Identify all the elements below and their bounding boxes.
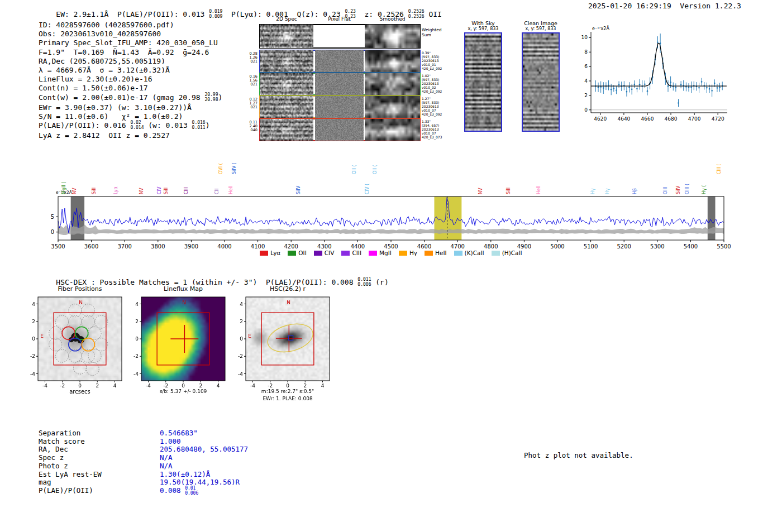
- info-plae-frac1-sub: 0.014: [130, 126, 144, 131]
- cutout-row-weighted: [260, 25, 420, 48]
- x-tick-label: 5100: [584, 243, 598, 250]
- fiber3-meta: 1.27"(597, 833)20230613v010_07420_LU_092: [422, 97, 455, 117]
- gaussian-fit-line: [591, 44, 727, 87]
- legend-item-civ: CIV: [314, 250, 335, 256]
- fiber1-weights: 0.281.26021: [240, 52, 258, 64]
- data-point: [639, 84, 641, 85]
- y-tick-label: 2: [584, 93, 588, 98]
- emission-line-label: SiIV: [676, 185, 681, 194]
- emission-line-label: SiII: [164, 188, 169, 194]
- data-point: [701, 81, 703, 83]
- emission-line-label: SiII: [506, 188, 511, 194]
- fiber1-pixelflat-image: [315, 50, 364, 72]
- data-point: [613, 88, 615, 89]
- fiber-positions-plot: -4-4-2-2002244NE: [22, 289, 137, 401]
- emission-line-label: NV: [72, 188, 77, 194]
- gmag-fraction: 20.9920.98: [204, 93, 218, 103]
- info-lineflux: LineFlux = 2.30(±0.20)e-16: [39, 75, 222, 84]
- data-point: [706, 87, 708, 89]
- clean-image-frame: [522, 32, 560, 132]
- x-tick-label: -4: [146, 383, 151, 389]
- emission-line-label: OII (: [373, 165, 378, 174]
- y-tick-label: 4: [240, 301, 243, 307]
- y-tick-label: 5: [51, 214, 54, 220]
- fiber-circle: [73, 361, 86, 374]
- heii-label: HeII: [435, 250, 447, 256]
- x-tick-label: 0: [78, 383, 82, 389]
- info-id: ID: 4028597600 (4028597600.pdf): [39, 21, 222, 30]
- x-tick-label: 3800: [151, 243, 165, 250]
- x-tick-label: -2: [268, 383, 273, 389]
- est-ew-value: 1.30(±0.12)Å: [160, 471, 210, 479]
- y-tick-label: -2: [30, 353, 35, 359]
- y-tick-label: 0: [135, 336, 139, 342]
- fiber2-weights: 0.161.56021: [240, 75, 258, 87]
- catalog-match-band: (r): [371, 278, 388, 286]
- emission-line-label: OIII (: [685, 184, 690, 194]
- fiber-circle: [69, 315, 82, 328]
- legend-item-ciii: CIII: [341, 250, 361, 256]
- info-plae-text: P(LAE)/P(OII): 0.016: [39, 121, 130, 130]
- x-tick-label: 4700: [688, 116, 701, 122]
- header-ew: EW: 2.9±1.1Å P(LAE)/P(OII): 0.013: [56, 10, 209, 18]
- x-tick-label: 4660: [641, 116, 654, 122]
- y-tick-label: 4: [32, 301, 35, 307]
- data-point: [690, 87, 692, 88]
- weighted-2dspec-image: [260, 25, 313, 48]
- y-tick-label: 2: [135, 319, 139, 324]
- emission-line-label: Hγ (: [702, 185, 707, 194]
- data-point: [598, 87, 599, 88]
- x-tick-label: 5000: [550, 243, 564, 250]
- info-plae-fraction2: 0.0160.011: [192, 121, 206, 131]
- col-header-smoothed: Smoothed: [365, 16, 420, 22]
- x-tick-label: 3600: [84, 243, 98, 250]
- data-point: [717, 87, 718, 89]
- info-ewr: EWr = 3.90(±0.37) (w: 3.10(±0.27))Å: [39, 103, 222, 112]
- hgamma-label: Hγ: [409, 250, 417, 256]
- y-tick-label: 6: [584, 64, 588, 69]
- x-tick-label: 2: [96, 383, 99, 389]
- photz-note: Phot z plot not available.: [524, 451, 633, 459]
- emission-line-label: SiIV (: [232, 162, 237, 174]
- legend-item-mgii: MgII: [369, 250, 392, 256]
- legend-item-heii: HeII: [425, 250, 447, 256]
- data-point: [647, 90, 649, 92]
- y-tick-label: 0: [32, 336, 35, 342]
- x-tick-label: 2: [303, 383, 307, 389]
- fiber-circle: [49, 338, 62, 351]
- data-point: [698, 87, 700, 89]
- match-plae-value: 0.008: [160, 487, 185, 497]
- y-tick-label: 0: [51, 229, 54, 235]
- fiber3-smoothed-image: [365, 96, 420, 118]
- plae-fraction: 0.0190.009: [209, 9, 222, 20]
- fiber4-weights: 0.112.40040: [240, 121, 258, 133]
- hcaii-label: (H)CaII: [502, 250, 522, 256]
- x-tick-label: 4700: [450, 243, 464, 250]
- info-cont-w: Cont(w) = 2.00(±0.01)e-17 (gmag 20.98 20…: [39, 93, 222, 103]
- plot-frame: [246, 297, 330, 381]
- emission-line-label: Hγ: [590, 188, 595, 194]
- spectrum-line: [58, 198, 724, 233]
- x-tick-label: 3900: [184, 243, 198, 250]
- y-tick-label: 2: [240, 319, 243, 324]
- y-tick-label: 0: [240, 336, 243, 342]
- radec-label: RA, Dec: [39, 445, 160, 454]
- match-plae-fraction: 0.010.006: [185, 486, 198, 496]
- data-point: [711, 90, 713, 92]
- data-point: [709, 88, 711, 90]
- fiber3-weight-2: 021: [240, 106, 258, 109]
- data-point: [616, 89, 617, 91]
- x-tick-label: 5300: [650, 243, 664, 250]
- civ-swatch: [314, 251, 322, 256]
- data-point: [626, 91, 628, 93]
- data-point: [719, 87, 721, 88]
- aperture-ellipse: [265, 319, 316, 357]
- north-label: N: [182, 300, 186, 305]
- fiber4-smoothed-image: [365, 119, 420, 141]
- emission-line-label: CIII: [184, 187, 189, 194]
- data-point: [603, 87, 604, 89]
- fiber-circle: [86, 362, 99, 375]
- fiber3-2dspec-image: [260, 96, 313, 118]
- selected-fiber-circle: [82, 338, 94, 351]
- catalog-plae-fraction: 0.0110.006: [357, 277, 371, 287]
